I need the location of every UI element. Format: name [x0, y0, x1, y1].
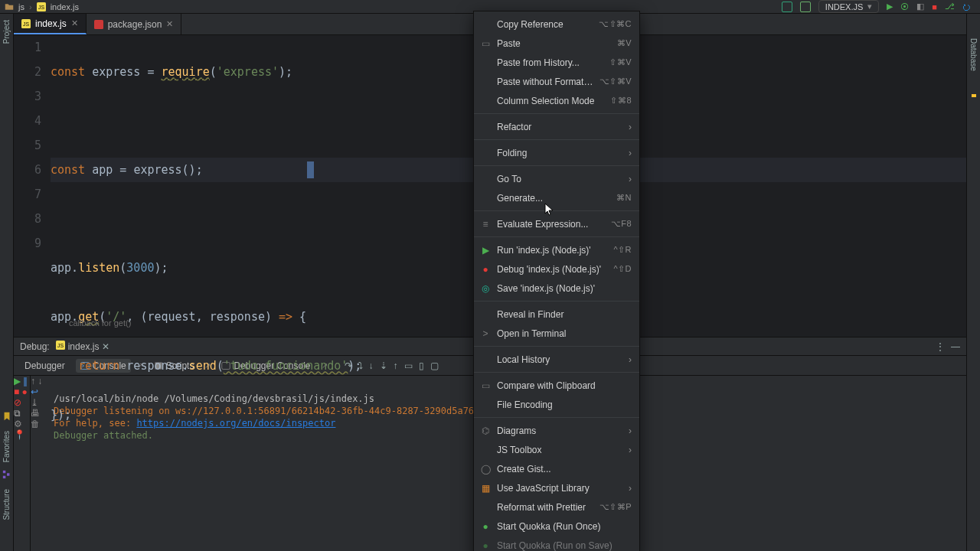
ctx-js-toolbox[interactable]: JS Toolbox› [474, 440, 639, 459]
ctx-label: Generate... [497, 193, 610, 204]
svg-text:JS: JS [23, 21, 29, 27]
chevron-right-icon: › [629, 483, 632, 494]
ctx-file-encoding[interactable]: File Encoding [474, 395, 639, 414]
debug-console-controls: ↑ ↓ ↩ ⤓ 🖶 🗑 [31, 376, 46, 551]
settings-icon[interactable]: ⚙ [14, 419, 22, 429]
breakpoint-icon[interactable]: ● [22, 386, 28, 397]
ctx-copy-reference[interactable]: Copy Reference⌥⇧⌘C [474, 15, 639, 34]
ctx-start-quokka-run-on-save[interactable]: ●Start Quokka (Run on Save) [474, 536, 639, 551]
ctx-paste[interactable]: ▭Paste⌘V [474, 34, 639, 53]
tool-structure[interactable]: Structure [2, 489, 11, 520]
error-stripe[interactable] [972, 94, 976, 97]
js-file-icon: JS [21, 19, 31, 28]
tab-index-js[interactable]: JS index.js ✕ [14, 14, 87, 34]
chevron-right-icon: › [629, 174, 632, 184]
ctx-reformat-with-prettier[interactable]: Reformat with Prettier⌥⇧⌘P [474, 497, 639, 517]
debug-icon[interactable]: ⦿ [900, 2, 909, 11]
ctx-reveal-in-finder[interactable]: Reveal in Finder [474, 305, 639, 324]
coverage-icon[interactable]: ◧ [916, 2, 924, 11]
eval-icon: ≡ [480, 219, 491, 230]
scroll-icon[interactable]: ⤓ [31, 397, 38, 408]
stop-icon[interactable]: ■ [14, 386, 19, 397]
ctx-column-selection-mode[interactable]: Column Selection Mode⇧⌘8 [474, 91, 639, 110]
tool-icon[interactable] [782, 2, 792, 12]
chevron-right-icon: › [629, 148, 632, 158]
ctx-label: Refactor [497, 122, 622, 132]
ctx-label: Copy Reference [497, 19, 593, 30]
close-icon[interactable]: ✕ [71, 18, 78, 28]
ctx-label: Open in Terminal [497, 328, 632, 339]
crumb-folder[interactable]: js [18, 2, 24, 11]
ctx-label: Debug 'index.js (Node.js)' [497, 264, 607, 275]
camera-icon[interactable]: ⧉ [14, 408, 21, 419]
right-tool-strip: Database [966, 14, 980, 551]
print-icon[interactable]: 🖶 [31, 408, 40, 419]
ctx-label: Local History [497, 354, 622, 365]
debug-title: Debug: [20, 341, 50, 352]
ctx-compare-with-clipboard[interactable]: ▭Compare with Clipboard [474, 376, 639, 395]
ctx-paste-from-history[interactable]: Paste from History...⇧⌘V [474, 53, 639, 72]
bug-icon: ● [480, 264, 491, 275]
ctx-debug-index-js-node-js[interactable]: ●Debug 'index.js (Node.js)'^⇧D [474, 259, 639, 279]
ctx-shortcut: ⌘N [616, 193, 632, 203]
chevron-right-icon: › [629, 425, 632, 436]
crumb-file[interactable]: index.js [51, 2, 79, 11]
folder-icon [5, 2, 14, 11]
tool-favorites[interactable]: Favorites [2, 431, 11, 462]
git-icon[interactable]: ⎇ [945, 2, 955, 11]
js-file-icon: JS [37, 2, 46, 11]
tool-database[interactable]: Database [969, 38, 978, 71]
run-icon[interactable]: ▶ [887, 2, 893, 11]
ctx-local-history[interactable]: Local History› [474, 350, 639, 369]
qk-icon: ● [480, 521, 491, 532]
debug-run-controls: ▶ ‖ ■ ● ⊘ ⧉ ⚙ 📍 [14, 376, 31, 551]
chevron-right-icon: › [629, 122, 632, 132]
chevron-right-icon: › [629, 354, 632, 365]
close-icon[interactable]: ✕ [166, 19, 173, 29]
ctx-shortcut: ^⇧D [613, 264, 632, 274]
ctx-paste-without-formatting[interactable]: Paste without Formatting⌥⇧⌘V [474, 72, 639, 91]
up-icon[interactable]: ↑ [31, 376, 35, 386]
pause-icon[interactable]: ‖ [23, 376, 28, 386]
ctx-save-index-js-node-js[interactable]: ◎Save 'index.js (Node.js)' [474, 279, 639, 298]
tab-package-json[interactable]: package.json ✕ [87, 14, 182, 34]
structure-icon[interactable] [2, 470, 11, 481]
callback-hint: callback for get() [69, 311, 131, 335]
run-config-selector[interactable]: INDEX.JS ▾ [818, 0, 880, 13]
ctx-refactor[interactable]: Refactor› [474, 117, 639, 136]
update-icon[interactable]: ⭮ [962, 2, 971, 11]
ctx-evaluate-expression[interactable]: ≡Evaluate Expression...⌥F8 [474, 214, 639, 233]
tool-project[interactable]: Project [2, 20, 11, 44]
ctx-label: Start Quokka (Run Once) [497, 521, 632, 532]
stop-icon[interactable]: ■ [932, 2, 937, 11]
clear-icon[interactable]: 🗑 [31, 419, 40, 429]
ctx-label: Run 'index.js (Node.js)' [497, 245, 607, 256]
ctx-folding[interactable]: Folding› [474, 143, 639, 162]
paste-icon: ▭ [480, 38, 491, 49]
svg-rect-3 [7, 474, 9, 476]
qk-icon: ● [480, 540, 491, 551]
down-icon[interactable]: ↓ [38, 376, 42, 386]
bookmark-icon[interactable] [2, 412, 11, 423]
ctx-open-in-terminal[interactable]: >Open in Terminal [474, 324, 639, 343]
ctx-shortcut: ⌥F8 [611, 219, 632, 229]
ctx-generate[interactable]: Generate...⌘N [474, 188, 639, 207]
ctx-shortcut: ⌘V [617, 38, 632, 48]
ctx-diagrams[interactable]: ⌬Diagrams› [474, 421, 639, 440]
ctx-start-quokka-run-once[interactable]: ●Start Quokka (Run Once) [474, 517, 639, 536]
tool-icon[interactable] [800, 2, 811, 12]
ctx-run-index-js-node-js[interactable]: ▶Run 'index.js (Node.js)'^⇧R [474, 240, 639, 259]
ctx-label: Folding [497, 148, 622, 158]
wrap-icon[interactable]: ↩ [31, 386, 38, 397]
ctx-label: Reveal in Finder [497, 309, 632, 320]
mute-bp-icon[interactable]: ⊘ [14, 397, 21, 408]
ctx-label: Go To [497, 174, 622, 184]
rerun-icon[interactable]: ▶ [14, 376, 21, 386]
ctx-create-gist[interactable]: ◯Create Gist... [474, 459, 639, 478]
left-tool-strip: Project Favorites Structure [0, 14, 14, 551]
ctx-go-to[interactable]: Go To› [474, 169, 639, 188]
gh-icon: ◯ [480, 464, 491, 474]
pin-icon[interactable]: 📍 [14, 429, 25, 440]
tab-label: package.json [108, 19, 162, 30]
ctx-use-javascript-library[interactable]: ▦Use JavaScript Library› [474, 478, 639, 497]
